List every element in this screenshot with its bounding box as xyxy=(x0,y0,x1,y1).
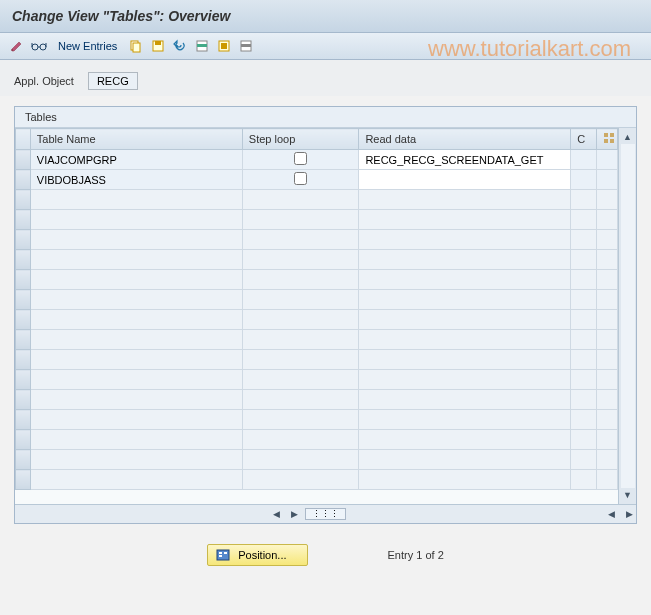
cell-read-data[interactable] xyxy=(359,310,571,330)
cell-table-name[interactable] xyxy=(30,250,242,270)
cell-c[interactable] xyxy=(571,410,596,430)
table-row[interactable]: VIBDOBJASS xyxy=(16,170,618,190)
cell-table-name[interactable] xyxy=(30,370,242,390)
cell-c[interactable] xyxy=(571,430,596,450)
table-row[interactable] xyxy=(16,390,618,410)
cell-step-loop[interactable] xyxy=(242,310,359,330)
cell-step-loop[interactable] xyxy=(242,350,359,370)
deselect-icon[interactable] xyxy=(237,37,255,55)
cell-step-loop[interactable] xyxy=(242,250,359,270)
scroll-down-icon[interactable]: ▼ xyxy=(621,488,635,502)
cell-step-loop[interactable] xyxy=(242,470,359,490)
table-row[interactable] xyxy=(16,470,618,490)
copy-icon[interactable] xyxy=(127,37,145,55)
scroll-left2-icon[interactable]: ◀ xyxy=(604,507,618,521)
cell-c[interactable] xyxy=(571,350,596,370)
cell-step-loop[interactable] xyxy=(242,230,359,250)
table-row[interactable] xyxy=(16,450,618,470)
cell-step-loop[interactable] xyxy=(242,450,359,470)
row-selector[interactable] xyxy=(16,470,31,490)
undo-icon[interactable] xyxy=(171,37,189,55)
cell-table-name[interactable] xyxy=(30,270,242,290)
glasses-icon[interactable] xyxy=(30,37,48,55)
scroll-track[interactable] xyxy=(621,144,635,488)
row-selector[interactable] xyxy=(16,150,31,170)
cell-c[interactable] xyxy=(571,210,596,230)
cell-table-name[interactable] xyxy=(30,310,242,330)
row-selector[interactable] xyxy=(16,390,31,410)
cell-read-data[interactable] xyxy=(359,190,571,210)
cell-c[interactable] xyxy=(571,290,596,310)
cell-read-data[interactable] xyxy=(359,470,571,490)
row-selector[interactable] xyxy=(16,270,31,290)
cell-c[interactable] xyxy=(571,470,596,490)
horizontal-scrollbar[interactable]: ◀ ▶ ⋮⋮⋮ ◀ ▶ xyxy=(15,504,636,523)
row-selector[interactable] xyxy=(16,190,31,210)
cell-step-loop[interactable] xyxy=(242,390,359,410)
table-row[interactable] xyxy=(16,290,618,310)
cell-step-loop[interactable] xyxy=(242,150,359,170)
row-selector[interactable] xyxy=(16,350,31,370)
cell-step-loop[interactable] xyxy=(242,370,359,390)
cell-c[interactable] xyxy=(571,310,596,330)
row-selector[interactable] xyxy=(16,210,31,230)
scroll-right-icon[interactable]: ▶ xyxy=(287,507,301,521)
cell-c[interactable] xyxy=(571,150,596,170)
cell-table-name[interactable] xyxy=(30,190,242,210)
scroll-left-icon[interactable]: ◀ xyxy=(269,507,283,521)
table-row[interactable] xyxy=(16,330,618,350)
col-read-data[interactable]: Read data xyxy=(359,129,571,150)
select-all-icon[interactable] xyxy=(215,37,233,55)
cell-c[interactable] xyxy=(571,270,596,290)
table-row[interactable]: VIAJCOMPGRPRECG_RECG_SCREENDATA_GET xyxy=(16,150,618,170)
change-icon[interactable] xyxy=(8,37,26,55)
row-selector[interactable] xyxy=(16,250,31,270)
cell-c[interactable] xyxy=(571,170,596,190)
step-loop-checkbox[interactable] xyxy=(294,152,307,165)
select-icon[interactable] xyxy=(193,37,211,55)
cell-read-data[interactable] xyxy=(359,330,571,350)
cell-step-loop[interactable] xyxy=(242,410,359,430)
row-selector[interactable] xyxy=(16,230,31,250)
cell-read-data[interactable] xyxy=(359,290,571,310)
table-row[interactable] xyxy=(16,430,618,450)
new-entries-button[interactable]: New Entries xyxy=(58,40,117,52)
cell-step-loop[interactable] xyxy=(242,170,359,190)
cell-read-data[interactable] xyxy=(359,250,571,270)
table-row[interactable] xyxy=(16,270,618,290)
cell-table-name[interactable] xyxy=(30,430,242,450)
cell-c[interactable] xyxy=(571,190,596,210)
table-row[interactable] xyxy=(16,210,618,230)
col-table-name[interactable]: Table Name xyxy=(30,129,242,150)
row-selector[interactable] xyxy=(16,170,31,190)
col-config-icon[interactable] xyxy=(596,129,617,150)
position-button[interactable]: Position... xyxy=(207,544,307,566)
cell-c[interactable] xyxy=(571,250,596,270)
cell-table-name[interactable] xyxy=(30,210,242,230)
cell-step-loop[interactable] xyxy=(242,290,359,310)
cell-read-data[interactable] xyxy=(359,430,571,450)
cell-read-data[interactable] xyxy=(359,230,571,250)
cell-step-loop[interactable] xyxy=(242,430,359,450)
cell-c[interactable] xyxy=(571,330,596,350)
cell-table-name[interactable] xyxy=(30,330,242,350)
vertical-scrollbar[interactable]: ▲ ▼ xyxy=(618,128,636,504)
cell-read-data[interactable] xyxy=(359,390,571,410)
row-selector[interactable] xyxy=(16,310,31,330)
table-row[interactable] xyxy=(16,410,618,430)
cell-read-data[interactable] xyxy=(359,370,571,390)
cell-c[interactable] xyxy=(571,230,596,250)
row-selector[interactable] xyxy=(16,450,31,470)
cell-table-name[interactable] xyxy=(30,390,242,410)
table-row[interactable] xyxy=(16,370,618,390)
table-row[interactable] xyxy=(16,310,618,330)
table-row[interactable] xyxy=(16,230,618,250)
col-step-loop[interactable]: Step loop xyxy=(242,129,359,150)
cell-read-data[interactable] xyxy=(359,210,571,230)
table-row[interactable] xyxy=(16,250,618,270)
cell-step-loop[interactable] xyxy=(242,190,359,210)
row-selector[interactable] xyxy=(16,370,31,390)
table-row[interactable] xyxy=(16,350,618,370)
cell-step-loop[interactable] xyxy=(242,330,359,350)
row-selector[interactable] xyxy=(16,330,31,350)
